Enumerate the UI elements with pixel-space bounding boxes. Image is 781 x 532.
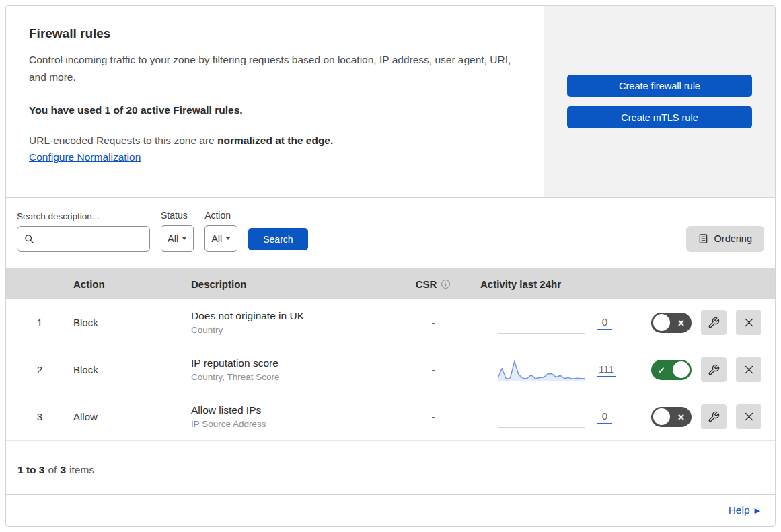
rule-controls: ✓ ✕ [648,310,775,335]
normalization-prefix: URL-encoded Requests to this zone are [29,135,217,146]
create-firewall-rule-button[interactable]: Create firewall rule [567,75,752,97]
rule-description-cell: Allow listed IPs IP Source Address [191,404,393,429]
status-filter-group: Status All [161,210,194,252]
help-bar: Help ▶ [6,495,775,526]
action-label: Action [204,210,237,221]
table-empty-space [6,441,775,445]
ordering-button-label: Ordering [714,233,752,244]
arrow-right-icon: ▶ [755,506,760,515]
search-button[interactable]: Search [248,228,307,250]
column-header-activity: Activity last 24hr [474,278,648,290]
firewall-rules-panel: Firewall rules Control incoming traffic … [5,5,776,527]
rule-action: Block [73,364,191,375]
status-label: Status [161,210,194,221]
page-description: Control incoming traffic to your zone by… [29,51,517,86]
chevron-down-icon [225,237,231,240]
rule-description: IP reputation score [191,357,393,369]
page-title: Firewall rules [29,26,517,41]
toggle-knob [653,408,670,425]
search-input[interactable] [38,233,143,244]
action-filter-group: Action All [204,210,237,252]
column-header-action: Action [73,278,191,290]
items-label: items [69,464,94,476]
filter-bar: Search description... Status All Action … [6,198,775,268]
toggle-knob [653,314,670,331]
rule-priority: 3 [6,411,73,422]
table-row: 1 Block Does not originate in UK Country… [6,299,775,346]
help-label: Help [729,504,750,517]
items-range: 1 to 3 [17,464,44,476]
table-row: 2 Block IP reputation score Country, Thr… [6,346,775,393]
activity-sparkline [498,404,585,430]
rule-csr-value: - [393,364,474,375]
rule-csr-value: - [393,411,474,422]
header-section: Firewall rules Control incoming traffic … [6,6,775,198]
rule-fields: IP Source Address [191,419,393,429]
action-selected-value: All [211,233,222,244]
rule-enabled-toggle[interactable]: ✓ ✕ [651,360,692,380]
wrench-icon [708,364,720,376]
help-link[interactable]: Help ▶ [729,504,760,517]
rule-description-cell: Does not originate in UK Country [191,310,393,335]
rule-priority: 1 [6,317,73,328]
delete-rule-button[interactable] [736,357,761,382]
rule-description: Allow listed IPs [191,404,393,416]
x-icon: ✕ [677,317,685,328]
search-box[interactable] [17,226,150,252]
rule-enabled-toggle[interactable]: ✓ ✕ [651,407,692,427]
edit-rule-button[interactable] [701,310,727,335]
activity-count-link[interactable]: 0 [597,410,612,424]
edit-rule-button[interactable] [701,404,727,429]
rule-activity-cell: 111 [474,357,648,383]
rule-priority: 2 [6,364,73,375]
close-icon [743,317,755,328]
column-header-description: Description [191,278,393,290]
configure-normalization-link[interactable]: Configure Normalization [29,151,141,163]
items-of-label: of [48,464,57,476]
status-selected-value: All [168,233,178,244]
toggle-knob [673,361,690,378]
table-header: Action Description CSR Activity last 24h… [6,268,775,299]
rule-controls: ✓ ✕ [648,404,775,429]
x-icon: ✕ [677,412,685,422]
table-row: 3 Allow Allow listed IPs IP Source Addre… [6,393,775,441]
activity-sparkline [498,310,585,336]
rule-enabled-toggle[interactable]: ✓ ✕ [651,313,692,333]
normalization-bold: normalized at the edge. [217,135,333,146]
rule-description-cell: IP reputation score Country, Threat Scor… [191,357,393,382]
rule-activity-cell: 0 [474,310,648,336]
info-icon[interactable] [441,279,451,289]
search-label: Search description... [17,211,150,221]
search-icon [24,234,34,244]
chevron-down-icon [182,237,187,240]
rule-action: Block [73,317,191,328]
check-icon: ✓ [658,365,665,375]
close-icon [743,411,755,422]
search-field-group: Search description... [17,211,150,252]
activity-sparkline [498,357,585,383]
rule-activity-cell: 0 [474,404,648,430]
action-select[interactable]: All [204,225,237,252]
activity-count-link[interactable]: 111 [597,363,616,377]
header-content: Firewall rules Control incoming traffic … [6,6,544,197]
column-header-csr: CSR [393,278,474,290]
close-icon [743,364,755,375]
pagination-summary: 1 to 3 of 3 items [6,445,775,495]
wrench-icon [708,317,720,329]
action-panel: Create firewall rule Create mTLS rule [544,6,775,197]
usage-text: You have used 1 of 20 active Firewall ru… [29,104,517,116]
status-select[interactable]: All [161,225,194,252]
rule-description: Does not originate in UK [191,310,393,322]
rule-fields: Country, Threat Score [191,372,393,382]
edit-rule-button[interactable] [701,357,727,382]
delete-rule-button[interactable] [736,310,761,335]
rule-fields: Country [191,325,393,335]
create-mtls-rule-button[interactable]: Create mTLS rule [567,106,752,128]
rule-controls: ✓ ✕ [648,357,775,382]
ordering-button[interactable]: Ordering [686,226,764,252]
normalization-text: URL-encoded Requests to this zone are no… [29,135,517,147]
wrench-icon [708,411,720,423]
activity-count-link[interactable]: 0 [597,316,612,330]
delete-rule-button[interactable] [736,404,761,429]
ordering-list-icon [698,233,708,244]
